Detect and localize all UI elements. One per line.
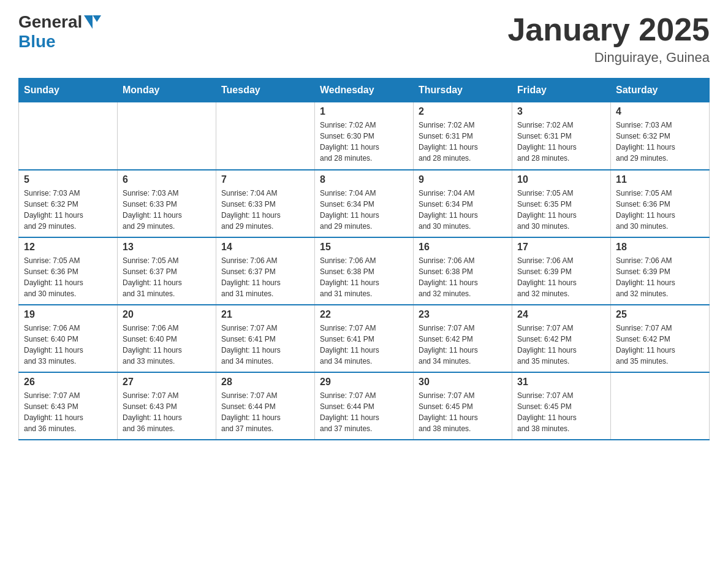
table-row: 28Sunrise: 7:07 AM Sunset: 6:44 PM Dayli… [216,372,315,440]
calendar-title: January 2025 [507,12,710,47]
day-info: Sunrise: 7:06 AM Sunset: 6:38 PM Dayligh… [320,255,408,299]
logo: General Blue [18,12,101,52]
day-info: Sunrise: 7:06 AM Sunset: 6:38 PM Dayligh… [419,255,507,299]
table-row: 4Sunrise: 7:03 AM Sunset: 6:32 PM Daylig… [611,102,710,170]
day-info: Sunrise: 7:06 AM Sunset: 6:40 PM Dayligh… [123,323,211,367]
day-info: Sunrise: 7:06 AM Sunset: 6:37 PM Dayligh… [221,255,309,299]
day-info: Sunrise: 7:07 AM Sunset: 6:41 PM Dayligh… [221,323,309,367]
table-row: 22Sunrise: 7:07 AM Sunset: 6:41 PM Dayli… [315,305,414,372]
table-row: 10Sunrise: 7:05 AM Sunset: 6:35 PM Dayli… [512,170,611,237]
day-number: 5 [24,174,112,185]
day-info: Sunrise: 7:07 AM Sunset: 6:44 PM Dayligh… [221,390,309,434]
day-number: 20 [123,309,211,320]
title-block: January 2025 Dinguiraye, Guinea [507,12,710,66]
calendar-week-row: 5Sunrise: 7:03 AM Sunset: 6:32 PM Daylig… [19,170,710,237]
day-number: 14 [221,242,309,253]
day-number: 1 [320,106,408,117]
day-info: Sunrise: 7:07 AM Sunset: 6:44 PM Dayligh… [320,390,408,434]
day-number: 31 [517,377,605,388]
day-info: Sunrise: 7:07 AM Sunset: 6:41 PM Dayligh… [320,323,408,367]
day-number: 26 [24,377,112,388]
day-info: Sunrise: 7:06 AM Sunset: 6:40 PM Dayligh… [24,323,112,367]
day-number: 29 [320,377,408,388]
logo-blue: Blue [18,32,56,51]
day-number: 27 [123,377,211,388]
day-info: Sunrise: 7:02 AM Sunset: 6:31 PM Dayligh… [517,120,605,164]
header-tuesday: Tuesday [216,79,315,102]
day-number: 25 [616,309,704,320]
day-number: 16 [419,242,507,253]
day-info: Sunrise: 7:07 AM Sunset: 6:42 PM Dayligh… [419,323,507,367]
day-info: Sunrise: 7:03 AM Sunset: 6:32 PM Dayligh… [24,188,112,232]
day-number: 24 [517,309,605,320]
day-number: 6 [123,174,211,185]
day-info: Sunrise: 7:02 AM Sunset: 6:31 PM Dayligh… [419,120,507,164]
table-row: 24Sunrise: 7:07 AM Sunset: 6:42 PM Dayli… [512,305,611,372]
table-row: 23Sunrise: 7:07 AM Sunset: 6:42 PM Dayli… [414,305,512,372]
day-number: 22 [320,309,408,320]
day-info: Sunrise: 7:03 AM Sunset: 6:33 PM Dayligh… [123,188,211,232]
table-row: 7Sunrise: 7:04 AM Sunset: 6:33 PM Daylig… [216,170,315,237]
table-row: 14Sunrise: 7:06 AM Sunset: 6:37 PM Dayli… [216,237,315,305]
day-number: 15 [320,242,408,253]
day-number: 3 [517,106,605,117]
table-row: 21Sunrise: 7:07 AM Sunset: 6:41 PM Dayli… [216,305,315,372]
day-number: 7 [221,174,309,185]
table-row: 6Sunrise: 7:03 AM Sunset: 6:33 PM Daylig… [118,170,216,237]
day-info: Sunrise: 7:07 AM Sunset: 6:42 PM Dayligh… [517,323,605,367]
table-row [118,102,216,170]
table-row: 26Sunrise: 7:07 AM Sunset: 6:43 PM Dayli… [19,372,118,440]
day-number: 17 [517,242,605,253]
table-row: 11Sunrise: 7:05 AM Sunset: 6:36 PM Dayli… [611,170,710,237]
day-number: 13 [123,242,211,253]
day-number: 10 [517,174,605,185]
header-thursday: Thursday [414,79,512,102]
table-row: 25Sunrise: 7:07 AM Sunset: 6:42 PM Dayli… [611,305,710,372]
day-info: Sunrise: 7:07 AM Sunset: 6:43 PM Dayligh… [24,390,112,434]
day-number: 19 [24,309,112,320]
table-row: 29Sunrise: 7:07 AM Sunset: 6:44 PM Dayli… [315,372,414,440]
day-number: 11 [616,174,704,185]
day-number: 8 [320,174,408,185]
page-header: General Blue January 2025 Dinguiraye, Gu… [18,12,710,66]
table-row: 30Sunrise: 7:07 AM Sunset: 6:45 PM Dayli… [414,372,512,440]
header-sunday: Sunday [19,79,118,102]
days-header-row: Sunday Monday Tuesday Wednesday Thursday… [19,79,710,102]
table-row: 16Sunrise: 7:06 AM Sunset: 6:38 PM Dayli… [414,237,512,305]
logo-block: General Blue [18,12,101,52]
day-info: Sunrise: 7:05 AM Sunset: 6:36 PM Dayligh… [24,255,112,299]
day-number: 4 [616,106,704,117]
table-row: 15Sunrise: 7:06 AM Sunset: 6:38 PM Dayli… [315,237,414,305]
table-row [216,102,315,170]
day-number: 30 [419,377,507,388]
table-row: 19Sunrise: 7:06 AM Sunset: 6:40 PM Dayli… [19,305,118,372]
day-info: Sunrise: 7:05 AM Sunset: 6:36 PM Dayligh… [616,188,704,232]
table-row: 8Sunrise: 7:04 AM Sunset: 6:34 PM Daylig… [315,170,414,237]
table-row: 20Sunrise: 7:06 AM Sunset: 6:40 PM Dayli… [118,305,216,372]
table-row: 13Sunrise: 7:05 AM Sunset: 6:37 PM Dayli… [118,237,216,305]
day-info: Sunrise: 7:05 AM Sunset: 6:35 PM Dayligh… [517,188,605,232]
day-info: Sunrise: 7:07 AM Sunset: 6:45 PM Dayligh… [517,390,605,434]
day-number: 2 [419,106,507,117]
calendar-table: Sunday Monday Tuesday Wednesday Thursday… [18,78,710,440]
table-row: 2Sunrise: 7:02 AM Sunset: 6:31 PM Daylig… [414,102,512,170]
table-row: 3Sunrise: 7:02 AM Sunset: 6:31 PM Daylig… [512,102,611,170]
calendar-week-row: 1Sunrise: 7:02 AM Sunset: 6:30 PM Daylig… [19,102,710,170]
day-number: 23 [419,309,507,320]
day-number: 9 [419,174,507,185]
day-info: Sunrise: 7:04 AM Sunset: 6:34 PM Dayligh… [320,188,408,232]
day-info: Sunrise: 7:04 AM Sunset: 6:33 PM Dayligh… [221,188,309,232]
table-row: 31Sunrise: 7:07 AM Sunset: 6:45 PM Dayli… [512,372,611,440]
header-friday: Friday [512,79,611,102]
day-info: Sunrise: 7:07 AM Sunset: 6:42 PM Dayligh… [616,323,704,367]
table-row: 5Sunrise: 7:03 AM Sunset: 6:32 PM Daylig… [19,170,118,237]
day-info: Sunrise: 7:04 AM Sunset: 6:34 PM Dayligh… [419,188,507,232]
calendar-week-row: 26Sunrise: 7:07 AM Sunset: 6:43 PM Dayli… [19,372,710,440]
header-saturday: Saturday [611,79,710,102]
day-number: 28 [221,377,309,388]
day-info: Sunrise: 7:07 AM Sunset: 6:43 PM Dayligh… [123,390,211,434]
header-wednesday: Wednesday [315,79,414,102]
calendar-week-row: 19Sunrise: 7:06 AM Sunset: 6:40 PM Dayli… [19,305,710,372]
day-number: 21 [221,309,309,320]
calendar-week-row: 12Sunrise: 7:05 AM Sunset: 6:36 PM Dayli… [19,237,710,305]
